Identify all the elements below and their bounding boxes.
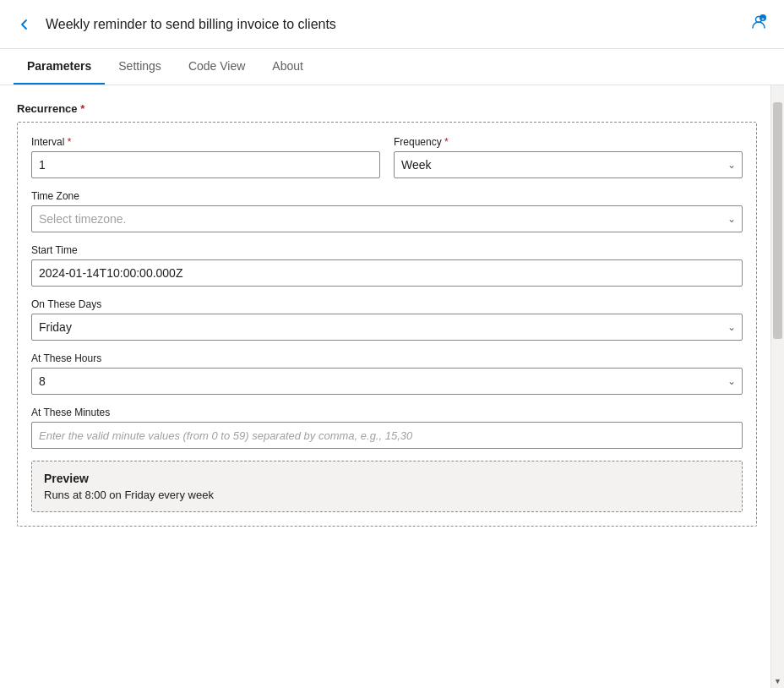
on-these-days-field-group: On These Days Friday Sunday Monday Tuesd… bbox=[31, 298, 743, 341]
tab-settings[interactable]: Settings bbox=[105, 49, 175, 85]
frequency-select-wrapper: Week Second Minute Hour Day Month ⌄ bbox=[394, 151, 743, 178]
frequency-field-group: Frequency * Week Second Minute Hour Day … bbox=[394, 136, 743, 178]
back-button[interactable] bbox=[14, 14, 35, 35]
at-these-hours-select-wrapper: 8 0 1 2 3 4 5 6 7 9 10 1 bbox=[31, 368, 743, 395]
at-these-hours-label: At These Hours bbox=[31, 352, 743, 364]
scrollbar-thumb[interactable] bbox=[773, 102, 782, 339]
tab-about[interactable]: About bbox=[259, 49, 317, 85]
start-time-label: Start Time bbox=[31, 244, 743, 256]
interval-frequency-row: Interval * Frequency * Week Se bbox=[31, 136, 743, 178]
on-these-days-label: On These Days bbox=[31, 298, 743, 310]
recurrence-section: Recurrence * Interval * Fre bbox=[17, 102, 757, 527]
start-time-field-group: Start Time bbox=[31, 244, 743, 287]
at-these-minutes-field-group: At These Minutes bbox=[31, 407, 743, 449]
preview-text: Runs at 8:00 on Friday every week bbox=[44, 489, 730, 501]
timezone-label: Time Zone bbox=[31, 190, 743, 202]
scroll-down-button[interactable]: ▼ bbox=[771, 674, 784, 688]
at-these-hours-select[interactable]: 8 0 1 2 3 4 5 6 7 9 10 1 bbox=[31, 368, 743, 395]
at-these-hours-field-group: At These Hours 8 0 1 2 3 4 5 6 bbox=[31, 352, 743, 395]
at-these-minutes-input[interactable] bbox=[31, 422, 743, 449]
preview-title: Preview bbox=[44, 472, 730, 485]
on-these-days-select-wrapper: Friday Sunday Monday Tuesday Wednesday T… bbox=[31, 314, 743, 341]
on-these-days-select[interactable]: Friday Sunday Monday Tuesday Wednesday T… bbox=[31, 314, 743, 341]
scrollbar: ▼ bbox=[770, 85, 784, 688]
frequency-label: Frequency * bbox=[394, 136, 743, 148]
tab-parameters[interactable]: Parameters bbox=[14, 49, 105, 85]
header: Weekly reminder to send billing invoice … bbox=[0, 0, 784, 49]
interval-label: Interval * bbox=[31, 136, 380, 148]
user-icon-button[interactable]: + bbox=[747, 10, 770, 38]
interval-field-group: Interval * bbox=[31, 136, 380, 178]
interval-input[interactable] bbox=[31, 151, 380, 178]
scrollbar-track bbox=[771, 85, 784, 674]
frequency-select[interactable]: Week Second Minute Hour Day Month bbox=[394, 151, 743, 178]
timezone-field-group: Time Zone Select timezone. UTC America/N… bbox=[31, 190, 743, 232]
timezone-select[interactable]: Select timezone. UTC America/New_York Am… bbox=[31, 205, 743, 232]
tab-code-view[interactable]: Code View bbox=[175, 49, 259, 85]
at-these-minutes-label: At These Minutes bbox=[31, 407, 743, 418]
preview-box: Preview Runs at 8:00 on Friday every wee… bbox=[31, 461, 743, 512]
timezone-select-wrapper: Select timezone. UTC America/New_York Am… bbox=[31, 205, 743, 232]
tabs-bar: Parameters Settings Code View About bbox=[0, 49, 784, 85]
page-wrapper: Weekly reminder to send billing invoice … bbox=[0, 0, 784, 688]
svg-text:+: + bbox=[761, 16, 765, 21]
main-content: Recurrence * Interval * Fre bbox=[0, 85, 784, 688]
recurrence-box: Interval * Frequency * Week Se bbox=[17, 122, 757, 527]
start-time-input[interactable] bbox=[31, 259, 743, 287]
recurrence-label: Recurrence * bbox=[17, 102, 757, 115]
header-title: Weekly reminder to send billing invoice … bbox=[46, 17, 737, 32]
header-icons: + bbox=[747, 10, 770, 38]
